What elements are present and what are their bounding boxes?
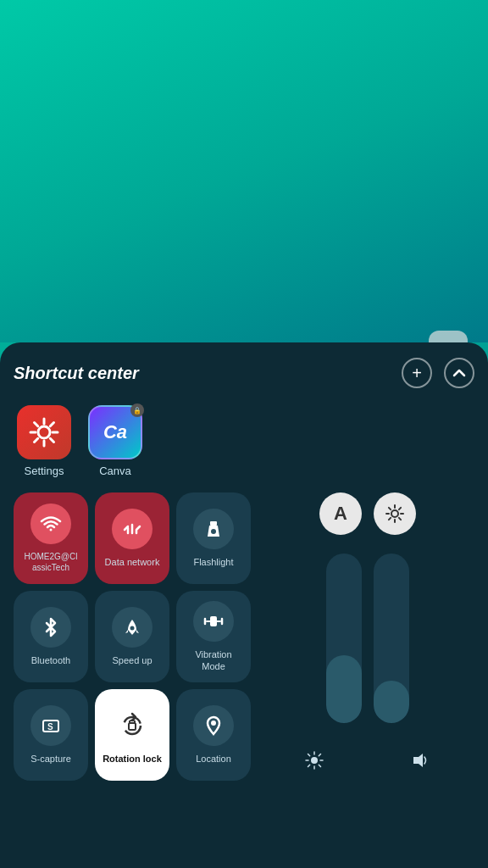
flashlight-icon: [202, 518, 225, 540]
wifi-label: HOME2G@ClassicTech: [25, 551, 78, 573]
panel-header: Shortcut center +: [14, 358, 474, 388]
svg-line-31: [389, 518, 391, 520]
svg-point-32: [311, 757, 318, 764]
svg-line-38: [319, 765, 320, 766]
toggle-data-network[interactable]: Data network: [95, 492, 169, 584]
location-icon-circle: [193, 705, 234, 746]
sliders-col: A: [261, 492, 474, 781]
app-item-canva[interactable]: Ca Canva: [88, 405, 142, 477]
header-actions: +: [402, 358, 474, 388]
svg-line-28: [389, 508, 391, 509]
gear-icon: [29, 417, 59, 448]
svg-line-37: [308, 754, 310, 756]
toggle-wifi[interactable]: HOME2G@ClassicTech: [14, 492, 88, 584]
toggle-flashlight[interactable]: Flashlight: [176, 492, 251, 584]
rocket-icon: [121, 616, 143, 638]
svg-line-7: [50, 423, 53, 426]
panel-title: Shortcut center: [14, 364, 139, 383]
wifi-icon-circle: [30, 504, 71, 544]
svg-point-0: [38, 426, 50, 438]
svg-line-39: [319, 754, 320, 756]
quick-buttons-row: A: [261, 492, 474, 535]
toggle-rotation-lock[interactable]: Rotation lock: [95, 689, 169, 781]
svg-rect-12: [210, 616, 217, 626]
brightness-fill: [326, 655, 362, 723]
bluetooth-icon: [40, 616, 62, 638]
capture-icon: S: [40, 715, 62, 737]
s-capture-label: S-capture: [30, 753, 71, 765]
flashlight-icon-circle: [193, 509, 234, 549]
svg-line-6: [50, 438, 53, 442]
bluetooth-label: Bluetooth: [31, 654, 70, 666]
wifi-icon: [40, 513, 62, 535]
vibration-icon: [202, 610, 225, 632]
rotation-lock-icon: [117, 710, 147, 741]
font-icon: A: [334, 503, 347, 525]
toggle-speed-up[interactable]: Speed up: [95, 591, 169, 682]
svg-rect-21: [129, 723, 136, 730]
speed-up-icon-circle: [112, 607, 152, 648]
rotation-lock-icon-circle: [112, 705, 152, 746]
toggle-bluetooth[interactable]: Bluetooth: [14, 591, 88, 682]
slider-bottom-icons: [261, 744, 474, 781]
brightness-icon: [305, 751, 324, 770]
data-network-icon: [121, 518, 143, 540]
vibration-icon-circle: [193, 601, 234, 642]
vibration-label: VibrationMode: [195, 648, 231, 673]
svg-point-10: [211, 529, 216, 534]
volume-slider[interactable]: [374, 554, 409, 723]
volume-icon: [412, 751, 430, 770]
flashlight-label: Flashlight: [193, 556, 233, 568]
speed-up-label: Speed up: [112, 654, 152, 666]
s-capture-icon-circle: S: [30, 705, 71, 746]
shortcut-panel: Shortcut center +: [0, 342, 488, 868]
rotation-lock-label: Rotation lock: [103, 753, 162, 765]
chevron-up-icon: [452, 369, 466, 377]
volume-fill: [374, 681, 409, 723]
svg-line-30: [399, 508, 401, 509]
bluetooth-icon-circle: [30, 607, 71, 648]
app-shortcuts-row: Settings Ca Canva: [14, 405, 474, 477]
vertical-sliders: [261, 554, 474, 732]
gear-quick-icon: [385, 504, 405, 524]
volume-bottom-icon: [412, 751, 430, 774]
brightness-bottom-icon: [305, 751, 324, 774]
data-network-icon-circle: [112, 509, 152, 549]
location-label: Location: [196, 753, 231, 765]
svg-rect-9: [210, 521, 217, 526]
toggle-s-capture[interactable]: S S-capture: [14, 689, 88, 781]
font-button[interactable]: A: [319, 492, 362, 535]
toggle-location[interactable]: Location: [176, 689, 251, 781]
add-button[interactable]: +: [402, 358, 432, 388]
toggle-vibration[interactable]: VibrationMode: [176, 591, 251, 682]
svg-line-5: [35, 423, 38, 426]
svg-point-11: [130, 626, 135, 630]
svg-marker-41: [413, 754, 423, 767]
location-icon: [202, 715, 225, 737]
svg-line-29: [399, 518, 401, 520]
toggle-grid: HOME2G@ClassicTech Data network: [14, 492, 251, 781]
brightness-slider[interactable]: [326, 554, 362, 723]
lock-badge: [130, 403, 144, 417]
background: [0, 0, 488, 342]
svg-point-22: [211, 721, 216, 726]
data-network-label: Data network: [105, 556, 160, 568]
settings-app-icon: [17, 405, 71, 459]
settings-quick-button[interactable]: [374, 492, 416, 535]
settings-app-label: Settings: [25, 465, 64, 477]
main-grid: HOME2G@ClassicTech Data network: [14, 492, 474, 781]
canva-app-icon: Ca: [88, 405, 142, 459]
app-item-settings[interactable]: Settings: [17, 405, 71, 477]
canva-app-label: Canva: [99, 465, 131, 477]
collapse-button[interactable]: [444, 358, 474, 388]
svg-line-8: [35, 438, 38, 442]
svg-point-23: [391, 510, 398, 517]
svg-text:S: S: [47, 722, 53, 732]
svg-line-40: [308, 765, 310, 766]
